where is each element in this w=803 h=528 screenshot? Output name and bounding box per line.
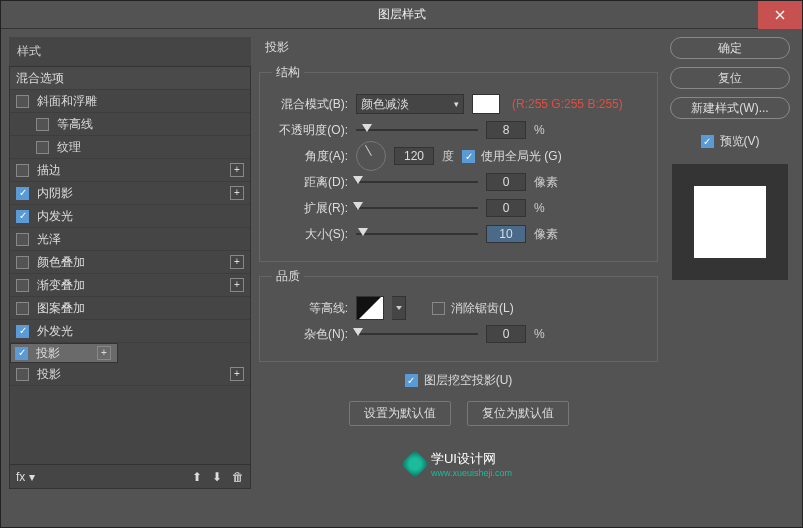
antialias-checkbox[interactable]: 消除锯齿(L) <box>432 300 514 317</box>
style-label: 投影 <box>36 345 60 362</box>
style-label: 投影 <box>37 366 61 383</box>
preview-swatch <box>694 186 766 258</box>
style-item-5[interactable]: 内发光 <box>10 205 250 228</box>
distance-slider[interactable] <box>356 174 478 190</box>
style-item-10[interactable]: 外发光 <box>10 320 250 343</box>
spread-input[interactable] <box>486 199 526 217</box>
style-label: 外发光 <box>37 323 73 340</box>
add-effect-icon[interactable]: + <box>230 367 244 381</box>
opacity-slider[interactable] <box>356 122 478 138</box>
style-checkbox[interactable] <box>16 187 29 200</box>
add-effect-icon[interactable]: + <box>230 255 244 269</box>
angle-dial[interactable] <box>356 141 386 171</box>
angle-input[interactable] <box>394 147 434 165</box>
window-title: 图层样式 <box>378 6 426 23</box>
quality-group: 品质 等高线: 消除锯齿(L) 杂色(N): % <box>259 268 658 362</box>
arrow-down-icon[interactable]: ⬇ <box>212 470 222 484</box>
style-checkbox[interactable] <box>16 233 29 246</box>
styles-panel: 样式 混合选项 斜面和浮雕等高线纹理描边+内阴影+内发光光泽颜色叠加+渐变叠加+… <box>9 37 251 489</box>
style-item-2[interactable]: 纹理 <box>10 136 250 159</box>
styles-footer: fx ▾ ⬆ ⬇ 🗑 <box>9 465 251 489</box>
style-item-9[interactable]: 图案叠加 <box>10 297 250 320</box>
style-item-0[interactable]: 斜面和浮雕 <box>10 90 250 113</box>
structure-group: 结构 混合模式(B): 颜色减淡▾ (R:255 G:255 B:255) 不透… <box>259 64 658 262</box>
size-slider[interactable] <box>356 226 478 242</box>
opacity-input[interactable] <box>486 121 526 139</box>
knockout-checkbox[interactable]: 图层挖空投影(U) <box>259 372 658 389</box>
style-item-12[interactable]: 投影+ <box>10 363 250 386</box>
contour-dropdown[interactable] <box>392 296 406 320</box>
style-item-11[interactable]: 投影+ <box>10 343 118 363</box>
ok-button[interactable]: 确定 <box>670 37 790 59</box>
style-label: 等高线 <box>57 116 93 133</box>
style-checkbox[interactable] <box>16 95 29 108</box>
section-title: 投影 <box>259 37 658 58</box>
style-checkbox[interactable] <box>16 210 29 223</box>
blend-mode-select[interactable]: 颜色减淡▾ <box>356 94 464 114</box>
angle-label: 角度(A): <box>272 148 348 165</box>
size-label: 大小(S): <box>272 226 348 243</box>
style-checkbox[interactable] <box>16 368 29 381</box>
close-icon <box>775 10 785 20</box>
add-effect-icon[interactable]: + <box>230 163 244 177</box>
style-label: 内阴影 <box>37 185 73 202</box>
style-item-4[interactable]: 内阴影+ <box>10 182 250 205</box>
fx-menu[interactable]: fx ▾ <box>16 470 35 484</box>
style-label: 描边 <box>37 162 61 179</box>
style-checkbox[interactable] <box>15 347 28 360</box>
style-label: 光泽 <box>37 231 61 248</box>
preview-box <box>672 164 788 280</box>
add-effect-icon[interactable]: + <box>230 278 244 292</box>
add-effect-icon[interactable]: + <box>97 346 111 360</box>
style-label: 内发光 <box>37 208 73 225</box>
style-label: 斜面和浮雕 <box>37 93 97 110</box>
style-label: 图案叠加 <box>37 300 85 317</box>
style-item-1[interactable]: 等高线 <box>10 113 250 136</box>
blend-options-row[interactable]: 混合选项 <box>10 67 250 90</box>
styles-header: 样式 <box>9 37 251 66</box>
size-input[interactable] <box>486 225 526 243</box>
style-checkbox[interactable] <box>16 302 29 315</box>
noise-input[interactable] <box>486 325 526 343</box>
contour-label: 等高线: <box>272 300 348 317</box>
noise-label: 杂色(N): <box>272 326 348 343</box>
distance-label: 距离(D): <box>272 174 348 191</box>
arrow-up-icon[interactable]: ⬆ <box>192 470 202 484</box>
rgb-readout: (R:255 G:255 B:255) <box>512 97 623 111</box>
style-checkbox[interactable] <box>16 256 29 269</box>
style-label: 纹理 <box>57 139 81 156</box>
spread-label: 扩展(R): <box>272 200 348 217</box>
logo-icon <box>401 450 429 478</box>
color-swatch[interactable] <box>472 94 500 114</box>
cancel-button[interactable]: 复位 <box>670 67 790 89</box>
opacity-label: 不透明度(O): <box>272 122 348 139</box>
noise-slider[interactable] <box>356 326 478 342</box>
preview-checkbox[interactable]: 预览(V) <box>701 133 760 150</box>
style-item-7[interactable]: 颜色叠加+ <box>10 251 250 274</box>
title-bar: 图层样式 <box>1 1 802 29</box>
styles-list: 混合选项 斜面和浮雕等高线纹理描边+内阴影+内发光光泽颜色叠加+渐变叠加+图案叠… <box>9 66 251 465</box>
style-item-3[interactable]: 描边+ <box>10 159 250 182</box>
distance-input[interactable] <box>486 173 526 191</box>
style-label: 渐变叠加 <box>37 277 85 294</box>
style-checkbox[interactable] <box>16 325 29 338</box>
style-checkbox[interactable] <box>16 164 29 177</box>
global-light-checkbox[interactable]: 使用全局光 (G) <box>462 148 562 165</box>
style-item-8[interactable]: 渐变叠加+ <box>10 274 250 297</box>
style-checkbox[interactable] <box>36 141 49 154</box>
close-button[interactable] <box>758 1 802 29</box>
style-item-6[interactable]: 光泽 <box>10 228 250 251</box>
style-checkbox[interactable] <box>36 118 49 131</box>
contour-picker[interactable] <box>356 296 384 320</box>
blend-mode-label: 混合模式(B): <box>272 96 348 113</box>
reset-default-button[interactable]: 复位为默认值 <box>467 401 569 426</box>
style-checkbox[interactable] <box>16 279 29 292</box>
style-label: 颜色叠加 <box>37 254 85 271</box>
new-style-button[interactable]: 新建样式(W)... <box>670 97 790 119</box>
spread-slider[interactable] <box>356 200 478 216</box>
set-default-button[interactable]: 设置为默认值 <box>349 401 451 426</box>
trash-icon[interactable]: 🗑 <box>232 470 244 484</box>
watermark: 学UI设计网 www.xueuisheji.com <box>259 450 658 478</box>
add-effect-icon[interactable]: + <box>230 186 244 200</box>
settings-panel: 投影 结构 混合模式(B): 颜色减淡▾ (R:255 G:255 B:255)… <box>259 37 658 489</box>
